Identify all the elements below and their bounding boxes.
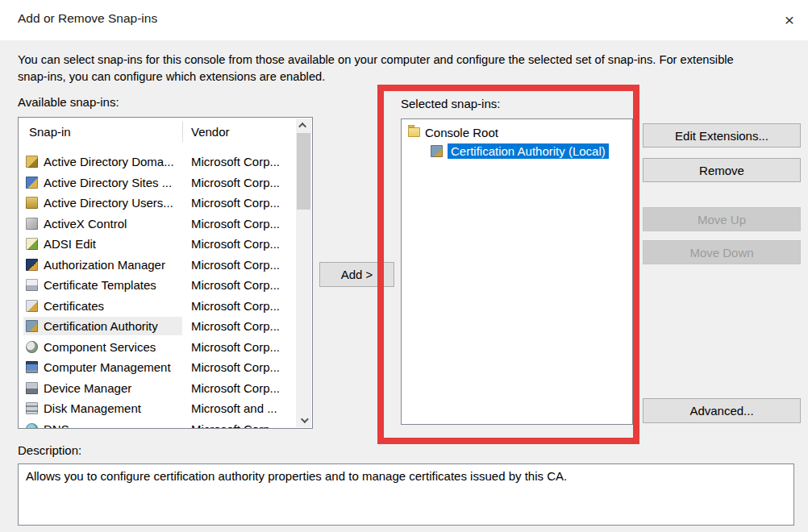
snapin-vendor: Microsoft Corp... — [191, 196, 280, 210]
table-row[interactable]: Active Directory Sites ... Microsoft Cor… — [19, 172, 297, 193]
title-bar: Add or Remove Snap-ins × — [0, 0, 808, 40]
snapin-label: Certificate Templates — [44, 278, 156, 292]
move-up-button: Move Up — [643, 207, 801, 231]
available-rows: Active Directory Doma... Microsoft Corp.… — [19, 152, 297, 428]
snapin-vendor-cell: Microsoft Corp... — [183, 214, 296, 233]
snapin-vendor-cell: Microsoft Corp... — [183, 193, 296, 212]
snapin-vendor: Microsoft Corp... — [191, 299, 280, 313]
snapin-label: DNS — [44, 422, 69, 429]
snapin-name-cell: Computer Management — [23, 358, 182, 376]
snapin-label: Disk Management — [44, 401, 141, 415]
available-snapins-list: Snap-in Vendor Active Directory Doma... … — [18, 117, 313, 429]
snapin-vendor: Microsoft and ... — [191, 401, 277, 415]
scrollbar-thumb[interactable] — [297, 133, 310, 210]
column-divider — [182, 122, 183, 142]
snapin-label: Authorization Manager — [44, 258, 165, 272]
description-label: Description: — [18, 443, 81, 457]
snapin-label: Device Manager — [44, 381, 131, 395]
column-header-snapin[interactable]: Snap-in — [29, 118, 71, 145]
snapin-vendor: Microsoft Corp... — [191, 278, 280, 292]
snapin-icon — [26, 259, 38, 271]
table-row[interactable]: Certificate Templates Microsoft Corp... — [19, 275, 297, 296]
dialog-body: You can select snap-ins for this console… — [0, 40, 808, 532]
table-row[interactable]: Device Manager Microsoft Corp... — [19, 378, 297, 399]
column-header-vendor[interactable]: Vendor — [191, 118, 230, 145]
chevron-up-icon — [298, 123, 306, 131]
table-row[interactable]: ADSI Edit Microsoft Corp... — [19, 234, 297, 255]
folder-icon — [408, 127, 420, 137]
tree-item-label-selected: Certification Authority (Local) — [448, 143, 609, 159]
snapin-name-cell: Authorization Manager — [23, 256, 182, 274]
snapin-label: Active Directory Sites ... — [44, 176, 172, 189]
snapin-name-cell: Certificates — [23, 297, 182, 315]
list-header: Snap-in Vendor — [19, 118, 311, 145]
vertical-scrollbar[interactable] — [296, 118, 311, 427]
snapin-name-cell: Disk Management — [23, 399, 182, 418]
remove-button[interactable]: Remove — [643, 158, 801, 182]
table-row[interactable]: Computer Management Microsoft Corp... — [19, 357, 297, 378]
table-row[interactable]: Authorization Manager Microsoft Corp... — [19, 255, 297, 276]
snapin-vendor: Microsoft Corp... — [191, 319, 280, 333]
snapin-icon — [26, 341, 38, 353]
tree-item-console-root[interactable]: Console Root — [408, 123, 498, 141]
add-button[interactable]: Add > — [319, 262, 394, 287]
snapin-vendor-cell: Microsoft Corp... — [183, 338, 296, 356]
snapin-vendor-cell: Microsoft Corp... — [183, 235, 296, 253]
scrollbar-down-button[interactable] — [296, 414, 311, 427]
snapin-icon — [26, 156, 38, 168]
snapin-name-cell: Component Services — [23, 338, 182, 356]
snapin-vendor: Microsoft Corp... — [191, 360, 280, 374]
table-row[interactable]: Certificates Microsoft Corp... — [19, 296, 297, 317]
snapin-icon — [26, 279, 38, 291]
advanced-button[interactable]: Advanced... — [643, 398, 801, 423]
close-icon[interactable]: × — [774, 6, 805, 34]
snapin-label: Certificates — [44, 299, 104, 313]
snapin-label: Active Directory Users... — [44, 196, 173, 210]
snapin-icon — [26, 197, 38, 209]
snapin-icon — [26, 382, 38, 394]
selected-snapins-label: Selected snap-ins: — [401, 97, 500, 110]
table-row[interactable]: Active Directory Users... Microsoft Corp… — [19, 193, 297, 214]
snapin-vendor-cell: Microsoft Corp... — [183, 379, 296, 397]
snapin-icon — [26, 218, 38, 230]
snapin-vendor: Microsoft Corp... — [191, 422, 280, 429]
snapin-name-cell: ADSI Edit — [23, 235, 182, 253]
table-row[interactable]: Certification Authority Microsoft Corp..… — [19, 316, 297, 337]
snapin-vendor: Microsoft Corp... — [191, 340, 280, 354]
add-remove-snapins-dialog: Add or Remove Snap-ins × You can select … — [0, 0, 808, 532]
snapin-vendor-cell: Microsoft Corp... — [183, 317, 296, 335]
description-box: Allows you to configure certification au… — [18, 463, 794, 526]
table-row[interactable]: DNS Microsoft Corp... — [19, 419, 297, 429]
snapin-name-cell: DNS — [23, 420, 182, 429]
snapin-icon — [26, 423, 38, 429]
snapin-vendor: Microsoft Corp... — [191, 237, 280, 251]
tree-item-certification-authority[interactable]: Certification Authority (Local) — [431, 142, 609, 160]
snapin-label: ADSI Edit — [44, 237, 96, 251]
snapin-vendor: Microsoft Corp... — [191, 381, 280, 395]
snapin-label: ActiveX Control — [44, 217, 127, 231]
snapin-name-cell: Active Directory Users... — [23, 193, 182, 212]
snapin-label: Active Directory Doma... — [44, 155, 174, 168]
snapin-name-cell: Active Directory Doma... — [23, 152, 182, 171]
snapin-icon — [26, 361, 38, 373]
snapin-label: Computer Management — [44, 360, 171, 374]
snapin-name-cell: Device Manager — [23, 379, 182, 397]
scrollbar-up-button[interactable] — [296, 118, 311, 132]
snapin-name-cell: Active Directory Sites ... — [23, 173, 182, 192]
table-row[interactable]: ActiveX Control Microsoft Corp... — [19, 214, 297, 235]
snapin-vendor-cell: Microsoft and ... — [183, 399, 296, 418]
chevron-down-icon — [301, 415, 309, 423]
snapin-name-cell: ActiveX Control — [23, 214, 182, 233]
edit-extensions-button[interactable]: Edit Extensions... — [643, 123, 801, 148]
snapin-name-cell: Certification Authority — [23, 317, 182, 335]
snapin-icon — [26, 402, 38, 414]
certification-authority-icon — [431, 145, 443, 157]
tree-item-label: Console Root — [425, 126, 498, 139]
snapin-icon — [26, 177, 38, 189]
table-row[interactable]: Active Directory Doma... Microsoft Corp.… — [19, 152, 297, 172]
snapin-vendor-cell: Microsoft Corp... — [183, 358, 296, 376]
snapin-icon — [26, 320, 38, 332]
table-row[interactable]: Component Services Microsoft Corp... — [19, 337, 297, 358]
snapin-vendor-cell: Microsoft Corp... — [183, 152, 296, 171]
table-row[interactable]: Disk Management Microsoft and ... — [19, 398, 297, 419]
